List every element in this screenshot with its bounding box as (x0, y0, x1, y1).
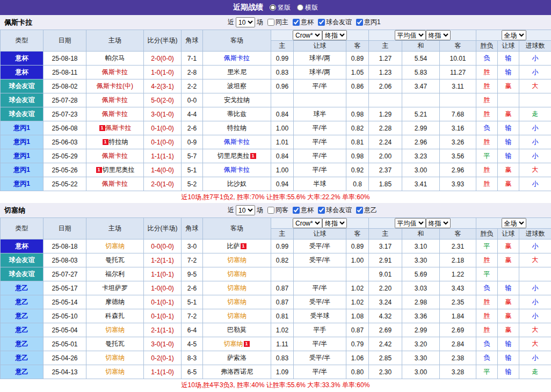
team-link[interactable]: 切塞纳 (105, 242, 125, 250)
score-link[interactable]: 2-1(1-1) (151, 326, 174, 334)
team-link[interactable]: 佩斯卡拉 (224, 138, 250, 146)
team-link[interactable]: 曼托瓦 (105, 340, 125, 347)
team-link[interactable]: 切塞纳 (227, 270, 247, 278)
team-link[interactable]: 佩斯卡拉 (224, 54, 250, 62)
filter-checkbox[interactable] (318, 207, 325, 214)
team-link[interactable]: 佩斯卡拉 (102, 152, 128, 159)
avg-odds-cell (369, 93, 402, 107)
team-link[interactable]: 特拉纳 (109, 138, 128, 146)
scope-select[interactable]: 全场 (502, 30, 526, 40)
team-link[interactable]: 比萨 (227, 242, 240, 250)
team-link[interactable]: 切塞纳 (105, 326, 125, 333)
vertical-radio-input[interactable] (270, 4, 276, 11)
team-link[interactable]: 佩斯卡拉 (106, 124, 132, 132)
score-link[interactable]: 5-0(2-0) (151, 97, 174, 104)
filter-checkbox[interactable] (293, 207, 300, 214)
team-link[interactable]: 切里尼奥拉 (103, 166, 135, 173)
score-link[interactable]: 1-4(0-0) (151, 166, 174, 174)
score-link[interactable]: 2-0(0-0) (151, 55, 174, 62)
score-link[interactable]: 0-1(0-0) (151, 139, 174, 146)
score-link[interactable]: 3-0(1-0) (151, 340, 174, 348)
bookmaker-final-select[interactable]: 终指 (322, 30, 347, 40)
team-link[interactable]: 切塞纳 (227, 284, 247, 292)
score-link[interactable]: 1-1(1-1) (151, 153, 174, 160)
team-link[interactable]: 曼托瓦 (105, 256, 125, 264)
match-count-select[interactable]: 10 (236, 205, 255, 215)
filter-checkbox-label[interactable]: 意乙 (356, 206, 377, 215)
horizontal-radio-input[interactable] (297, 4, 303, 11)
team-link[interactable]: 切塞纳 (227, 298, 247, 306)
filter-checkbox-label[interactable]: 意杯 (293, 18, 314, 27)
average-final-select[interactable]: 终指 (426, 30, 451, 40)
avg-odds-cell: 1.85 (369, 177, 402, 191)
score-link[interactable]: 1-2(1-1) (151, 257, 174, 264)
team-link[interactable]: 切塞纳 (105, 354, 125, 361)
team-link[interactable]: 佩斯卡拉 (102, 180, 128, 187)
corners-cell: 2-2 (182, 79, 203, 93)
team-link[interactable]: 安戈拉纳 (224, 96, 250, 104)
team-link[interactable]: 摩德纳 (105, 298, 125, 306)
team-link[interactable]: 科森扎 (105, 312, 125, 320)
score-link[interactable]: 3-0(1-0) (151, 111, 174, 118)
team-link[interactable]: 佩斯卡拉(中) (97, 82, 133, 90)
team-link[interactable]: 比沙奴 (227, 180, 247, 187)
bookmaker-select[interactable]: Crow* (293, 218, 322, 228)
filter-checkbox[interactable] (356, 207, 363, 214)
score-link[interactable]: 0-0(0-0) (151, 243, 174, 250)
team-link[interactable]: 弗洛西诺尼 (221, 368, 253, 375)
filter-checkbox-label[interactable]: 意丙1 (356, 18, 381, 27)
team-link[interactable]: 佩斯卡拉 (102, 96, 128, 104)
filter-checkbox[interactable] (267, 207, 274, 214)
column-header: 类型 (1, 30, 44, 52)
team-link[interactable]: 福尔利 (105, 270, 125, 278)
score-link[interactable]: 0-2(0-1) (151, 354, 174, 362)
team-link[interactable]: 切里尼奥拉 (218, 152, 250, 159)
result-cell: 胜 (476, 93, 498, 107)
filter-checkbox-label[interactable]: 球会友谊 (318, 206, 352, 215)
team-link[interactable]: 佩斯卡拉 (102, 110, 128, 118)
bookmaker-select[interactable]: Crow* (293, 30, 322, 40)
average-select[interactable]: 平均值 (395, 30, 426, 40)
filter-checkbox-label[interactable]: 同客 (267, 206, 288, 215)
team-link[interactable]: 切塞纳 (227, 256, 247, 264)
layout-radio-vertical[interactable]: 竖版 (270, 3, 291, 12)
score-link[interactable]: 1-0(0-0) (151, 285, 174, 292)
team-link[interactable]: 佩斯卡拉 (224, 166, 250, 173)
score-link[interactable]: 0-1(0-1) (151, 313, 174, 320)
score-link[interactable]: 4-2(3-1) (151, 83, 174, 90)
score-link[interactable]: 1-0(1-0) (151, 69, 174, 76)
filter-checkbox[interactable] (318, 19, 325, 26)
team-link[interactable]: 切塞纳 (224, 340, 243, 347)
filter-checkbox-label[interactable]: 同主 (267, 18, 288, 27)
match-count-select[interactable]: 10 (236, 17, 255, 27)
score-link[interactable]: 0-1(0-1) (151, 299, 174, 306)
filter-checkbox[interactable] (356, 19, 363, 26)
team-link[interactable]: 切塞纳 (105, 368, 125, 375)
bookmaker-final-select[interactable]: 终指 (322, 218, 347, 228)
score-link[interactable]: 0-1(0-0) (151, 125, 174, 132)
team-link[interactable]: 巴勒莫 (227, 326, 247, 333)
filter-checkbox[interactable] (293, 19, 300, 26)
scope-select[interactable]: 全场 (502, 218, 526, 228)
filter-checkbox-label[interactable]: 意杯 (293, 206, 314, 215)
average-final-select[interactable]: 终指 (426, 218, 451, 228)
team-link[interactable]: 波坦察 (227, 82, 247, 90)
average-select[interactable]: 平均值 (395, 218, 426, 228)
layout-radio-horizontal[interactable]: 横版 (297, 3, 318, 12)
team-link[interactable]: 蒂比兹 (227, 110, 247, 118)
score-link[interactable]: 1-1(0-1) (151, 271, 174, 278)
team-link[interactable]: 里米尼 (227, 68, 247, 76)
team-link[interactable]: 帕尔马 (105, 54, 125, 62)
team-link[interactable]: 佩斯卡拉 (102, 68, 128, 76)
league-cell: 意乙 (1, 365, 44, 379)
team-link[interactable]: 萨索洛 (227, 354, 247, 361)
column-subheader: 让球 (294, 229, 346, 239)
filter-checkbox[interactable] (267, 19, 274, 26)
result-cell: 平 (476, 365, 498, 379)
score-link[interactable]: 1-1(1-0) (151, 368, 174, 376)
filter-checkbox-label[interactable]: 球会友谊 (318, 18, 352, 27)
team-link[interactable]: 卡坦萨罗 (102, 284, 128, 292)
team-link[interactable]: 特拉纳 (227, 124, 247, 132)
score-link[interactable]: 2-0(1-0) (151, 180, 174, 188)
team-link[interactable]: 切塞纳 (227, 312, 247, 320)
